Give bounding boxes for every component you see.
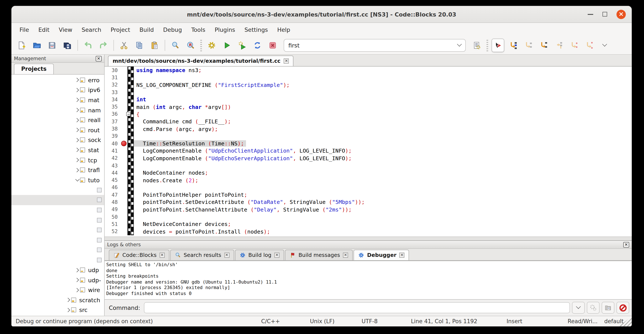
code-line-49[interactable]: 49 pointToPoint.SetChannelAttribute ("De… — [104, 206, 632, 213]
tree-item-he[interactable]: he — [12, 215, 104, 225]
code-line-32[interactable]: 32NS_LOG_COMPONENT_DEFINE ("FirstScriptE… — [104, 81, 632, 89]
fold-minus-icon[interactable] — [126, 112, 130, 116]
abort-button[interactable] — [266, 38, 279, 52]
close-icon[interactable]: × — [96, 56, 102, 61]
tree-item-nam[interactable]: nam — [12, 105, 104, 115]
tree-item-se[interactable]: se — [12, 235, 104, 245]
expand-chevron[interactable] — [73, 268, 80, 271]
redo-button[interactable] — [97, 38, 110, 52]
tree-item-th[interactable]: th — [12, 255, 104, 265]
editor-margin[interactable] — [128, 81, 134, 89]
expand-chevron[interactable] — [73, 79, 80, 82]
tree-item-fif[interactable]: fif — [12, 185, 104, 195]
log-tab-build-log[interactable]: Build log× — [235, 250, 284, 260]
editor-margin[interactable] — [128, 213, 134, 221]
save-all-button[interactable] — [61, 38, 74, 52]
code-line-46[interactable]: 46 — [104, 184, 632, 191]
tree-item-six[interactable]: six — [12, 245, 104, 255]
tree-item-udp[interactable]: udp — [12, 265, 104, 275]
code-line-47[interactable]: 47 PointToPointHelper pointToPoint; — [104, 191, 632, 199]
debug-continue-button[interactable] — [492, 38, 504, 52]
maximize-button[interactable] — [602, 12, 607, 17]
build-button[interactable] — [205, 38, 218, 52]
log-tab-build-messages[interactable]: Build messages× — [285, 250, 353, 260]
rebuild-button[interactable] — [251, 38, 264, 52]
editor-margin[interactable] — [128, 140, 134, 147]
minimize-button[interactable] — [588, 14, 593, 15]
code-line-38[interactable]: 38 cmd.Parse (argc, argv); — [104, 125, 632, 133]
editor-margin[interactable] — [128, 199, 134, 206]
copy-button[interactable] — [133, 38, 146, 52]
editor-margin[interactable] — [128, 191, 134, 199]
code-line-36[interactable]: 36{ — [104, 111, 632, 118]
expand-chevron[interactable] — [73, 119, 80, 121]
menu-item-view[interactable]: View — [54, 23, 77, 36]
editor-margin[interactable] — [128, 132, 134, 140]
tree-item-fir[interactable]: fir — [12, 195, 104, 205]
expand-chevron[interactable] — [73, 129, 80, 132]
stop-debugger-button[interactable] — [616, 302, 629, 314]
step-into-button[interactable] — [537, 38, 550, 52]
editor-horizontal-scrollbar[interactable] — [104, 236, 632, 240]
paste-button[interactable] — [148, 38, 161, 52]
tree-item-udp[interactable]: udp- — [12, 275, 104, 285]
editor-margin[interactable] — [128, 162, 134, 169]
code-line-41[interactable]: 41 LogComponentEnable ("UdpEchoClientApp… — [104, 147, 632, 155]
editor-margin[interactable] — [128, 111, 134, 118]
run-to-cursor-button[interactable] — [507, 38, 520, 52]
editor-margin[interactable] — [128, 228, 134, 235]
cut-button[interactable] — [118, 38, 130, 52]
code-line-30[interactable]: 30using namespace ns3; — [104, 67, 632, 74]
command-history-dropdown[interactable] — [572, 302, 585, 314]
run-button[interactable] — [220, 38, 233, 52]
code-line-52[interactable]: 52 devices = pointToPoint.Install (nodes… — [104, 228, 632, 235]
menu-item-help[interactable]: Help — [272, 23, 295, 36]
editor-margin[interactable] — [128, 147, 134, 155]
close-icon[interactable]: × — [623, 242, 629, 247]
code-editor[interactable]: 30using namespace ns3;3132NS_LOG_COMPONE… — [104, 67, 632, 236]
menu-item-project[interactable]: Project — [106, 23, 135, 36]
expand-chevron[interactable] — [73, 278, 80, 281]
editor-margin[interactable] — [128, 177, 134, 184]
menu-item-settings[interactable]: Settings — [240, 23, 273, 36]
expand-chevron[interactable] — [73, 99, 80, 102]
menu-item-edit[interactable]: Edit — [34, 23, 54, 36]
close-icon[interactable]: × — [274, 252, 280, 257]
editor-margin[interactable] — [128, 67, 134, 74]
code-line-45[interactable]: 45 nodes.Create (2); — [104, 177, 632, 184]
menu-item-tools[interactable]: Tools — [186, 23, 210, 36]
code-line-31[interactable]: 31 — [104, 74, 632, 81]
tree-item-scratch[interactable]: scratch — [12, 295, 104, 305]
editor-margin[interactable] — [128, 103, 134, 111]
close-icon[interactable]: × — [400, 252, 404, 257]
editor-margin[interactable] — [128, 169, 134, 177]
close-icon[interactable]: × — [160, 252, 165, 257]
command-input[interactable] — [144, 302, 570, 313]
toolbar-grip[interactable] — [200, 39, 202, 51]
expand-chevron[interactable] — [73, 159, 80, 161]
debug-tools-button[interactable] — [587, 302, 600, 314]
title-bar[interactable]: mnt/dev/tools/source/ns-3-dev/examples/t… — [12, 6, 632, 23]
next-line-button[interactable] — [522, 38, 535, 52]
tree-item-reall[interactable]: reall — [12, 115, 104, 125]
expand-chevron[interactable] — [73, 178, 80, 181]
editor-margin[interactable] — [128, 125, 134, 133]
tree-item-erro[interactable]: erro — [12, 75, 104, 85]
close-icon[interactable]: × — [284, 58, 289, 63]
tree-item-ipv6[interactable]: ipv6 — [12, 85, 104, 95]
close-button[interactable]: × — [616, 10, 626, 19]
editor-margin[interactable] — [128, 155, 134, 162]
code-line-35[interactable]: 35main (int argc, char *argv[]) — [104, 103, 632, 111]
tree-item-trafl[interactable]: trafl — [12, 165, 104, 175]
build-and-run-button[interactable] — [236, 38, 248, 52]
expand-chevron[interactable] — [73, 168, 80, 171]
code-line-42[interactable]: 42 LogComponentEnable ("UdpEchoServerApp… — [104, 155, 632, 162]
expand-chevron[interactable] — [64, 308, 71, 311]
expand-chevron[interactable] — [73, 139, 80, 142]
code-line-39[interactable]: 39 — [104, 132, 632, 140]
tab-projects[interactable]: Projects — [14, 64, 54, 74]
code-line-33[interactable]: 33 — [104, 89, 632, 96]
menu-item-search[interactable]: Search — [77, 23, 106, 36]
build-target-combobox[interactable]: first — [284, 39, 466, 52]
tree-item-mat[interactable]: mat — [12, 95, 104, 105]
